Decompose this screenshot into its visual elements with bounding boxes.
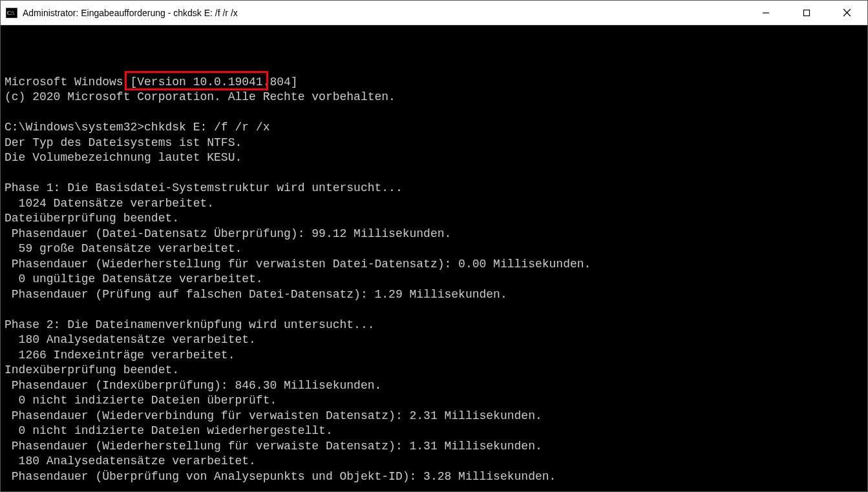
terminal-line: Phasendauer (Wiederherstellung für verwa… bbox=[5, 257, 867, 272]
terminal-line: 0 nicht indizierte Dateien wiederhergest… bbox=[5, 424, 867, 439]
terminal-line: 180 Analysedatensätze verarbeitet. bbox=[5, 454, 867, 469]
terminal-line: 1266 Indexeinträge verarbeitet. bbox=[5, 348, 867, 364]
terminal-line: Microsoft Windows [Version 10.0.19041.80… bbox=[5, 75, 867, 90]
terminal-line bbox=[5, 302, 867, 318]
terminal-line: Phasendauer (Datei-Datensatz Überprüfung… bbox=[5, 227, 867, 242]
terminal-line: 0 nicht indizierte Dateien überprüft. bbox=[5, 393, 867, 409]
terminal-line: 59 große Datensätze verarbeitet. bbox=[5, 241, 867, 257]
terminal-line: Dateiüberprüfung beendet. bbox=[5, 211, 867, 227]
terminal-line: Phasendauer (Wiederverbindung für verwai… bbox=[5, 409, 867, 424]
terminal-line: 1024 Datensätze verarbeitet. bbox=[5, 196, 867, 212]
terminal-output[interactable]: Microsoft Windows [Version 10.0.19041.80… bbox=[1, 25, 867, 491]
cmd-icon: C:\ bbox=[6, 8, 17, 18]
window-title: Administrator: Eingabeaufforderung - chk… bbox=[23, 8, 745, 18]
terminal-line: Phasendauer (Überprüfung von Analysepunk… bbox=[5, 469, 867, 485]
terminal-line: Indexüberprüfung beendet. bbox=[5, 363, 867, 378]
svg-text:C:\: C:\ bbox=[7, 10, 15, 16]
terminal-line: Die Volumebezeichnung lautet KESU. bbox=[5, 150, 867, 166]
terminal-line: 0 ungültige Datensätze verarbeitet. bbox=[5, 272, 867, 287]
titlebar[interactable]: C:\ Administrator: Eingabeaufforderung -… bbox=[1, 1, 867, 25]
terminal-line: Der Typ des Dateisystems ist NTFS. bbox=[5, 136, 867, 151]
app-window: C:\ Administrator: Eingabeaufforderung -… bbox=[0, 0, 868, 492]
window-controls bbox=[745, 1, 867, 25]
minimize-button[interactable] bbox=[745, 1, 786, 25]
terminal-line: 180 Analysedatensätze verarbeitet. bbox=[5, 333, 867, 348]
terminal-line: Phase 1: Die Basisdatei-Systemstruktur w… bbox=[5, 181, 867, 196]
terminal-line: Phasendauer (Indexüberprüfung): 846.30 M… bbox=[5, 378, 867, 394]
terminal-line bbox=[5, 484, 867, 491]
terminal-line bbox=[5, 166, 867, 181]
terminal-line: Phasendauer (Prüfung auf falschen Datei-… bbox=[5, 287, 867, 303]
maximize-button[interactable] bbox=[786, 1, 827, 25]
terminal-line: Phasendauer (Wiederherstellung für verwa… bbox=[5, 439, 867, 455]
terminal-line bbox=[5, 105, 867, 121]
close-button[interactable] bbox=[827, 1, 867, 25]
terminal-line: C:\Windows\system32>chkdsk E: /f /r /x bbox=[5, 120, 867, 136]
terminal-line: Phase 2: Die Dateinamenverknüpfung wird … bbox=[5, 318, 867, 333]
terminal-line: (c) 2020 Microsoft Corporation. Alle Rec… bbox=[5, 90, 867, 105]
svg-rect-3 bbox=[803, 10, 809, 15]
